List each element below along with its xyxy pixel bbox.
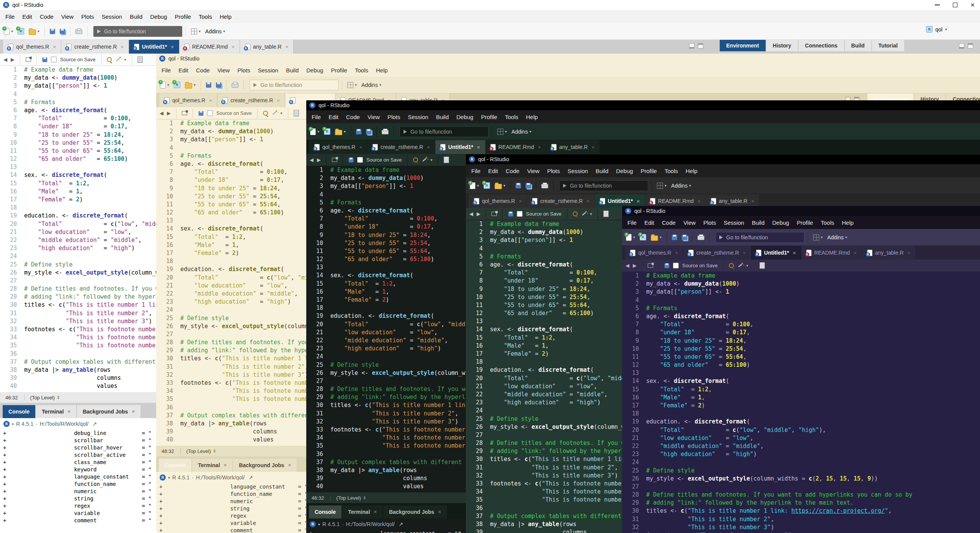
menu-tools[interactable]: Tools [501, 114, 522, 120]
menu-debug[interactable]: Debug [452, 114, 477, 120]
new-file-button[interactable]: ▾ [468, 181, 480, 191]
open-new-window-icon[interactable] [492, 212, 497, 216]
console-tab-terminal[interactable]: Terminal× [36, 405, 76, 418]
close-tab-icon[interactable]: × [697, 198, 701, 204]
menu-build[interactable]: Build [592, 168, 612, 174]
forward-icon[interactable]: ▶ [317, 157, 321, 163]
menu-build[interactable]: Build [432, 114, 452, 120]
console-tab-background-jobs[interactable]: Background Jobs× [383, 505, 447, 518]
chevron-down-icon[interactable]: ▾ [12, 422, 14, 426]
print-button[interactable] [696, 233, 706, 242]
menu-profile[interactable]: Profile [477, 114, 501, 120]
code-tools-icon[interactable] [581, 211, 587, 217]
compile-report-icon[interactable] [137, 56, 143, 63]
code-tools-icon[interactable] [271, 110, 277, 116]
menu-plots[interactable]: Plots [384, 114, 404, 120]
menu-tools[interactable]: Tools [817, 219, 838, 226]
compile-report-icon[interactable] [444, 157, 449, 163]
menu-debug[interactable]: Debug [302, 67, 327, 74]
new-project-button[interactable] [172, 80, 182, 90]
menu-tools[interactable]: Tools [195, 13, 216, 20]
close-tab-icon[interactable]: × [359, 144, 362, 150]
save-button[interactable] [204, 81, 213, 89]
menu-help[interactable]: Help [682, 168, 701, 174]
tab-create-rstheme-r[interactable]: create_rstheme.R× [368, 140, 435, 154]
menu-edit[interactable]: Edit [484, 168, 502, 174]
console-tab-terminal[interactable]: Terminal× [342, 505, 382, 518]
close-tab-icon[interactable]: × [751, 198, 754, 204]
menu-tools[interactable]: Tools [351, 67, 372, 74]
menu-view[interactable]: View [679, 219, 699, 226]
close-tab-icon[interactable]: × [793, 250, 796, 256]
code-tools-icon[interactable] [421, 157, 427, 163]
tab-any-table-r[interactable]: any_table.R× [546, 140, 600, 154]
forward-icon[interactable]: ▶ [167, 110, 171, 116]
menu-profile[interactable]: Profile [637, 168, 661, 174]
tab-readme-rmd[interactable]: README.Rmd× [801, 246, 862, 260]
pane-tab-tutorial[interactable]: Tutorial [872, 40, 904, 51]
menu-session[interactable]: Session [564, 168, 592, 174]
close-tab-icon[interactable]: × [427, 144, 430, 150]
goto-file-function-box[interactable]: Go to file/function [250, 80, 338, 90]
menu-session[interactable]: Session [98, 13, 126, 20]
console-tab-console[interactable]: Console [159, 459, 191, 472]
menu-profile[interactable]: Profile [327, 67, 351, 74]
save-icon[interactable] [665, 263, 670, 268]
tab-readme-rmd[interactable]: README.Rmd× [485, 140, 546, 154]
save-all-button[interactable] [680, 233, 689, 242]
pane-tab-history[interactable]: History [766, 40, 798, 51]
pane-layout-button[interactable]: ▾ [189, 27, 202, 36]
console-tab-console[interactable]: Console [3, 405, 35, 418]
tab-untitled1[interactable]: Untitled1*× [435, 140, 485, 154]
code-tools-icon[interactable] [737, 263, 743, 268]
save-all-button[interactable] [364, 128, 373, 136]
restore-window-icon[interactable] [953, 3, 957, 7]
close-tab-icon[interactable]: × [675, 250, 678, 256]
print-button[interactable] [74, 27, 84, 36]
menu-session[interactable]: Session [720, 219, 748, 226]
pane-layout-button[interactable]: ▾ [655, 181, 668, 190]
tab-qol-themes-r[interactable]: qol_themes.R× [625, 246, 683, 260]
open-new-window-icon[interactable] [332, 158, 337, 162]
close-tab-icon[interactable]: × [586, 198, 590, 204]
addins-menu[interactable]: Addins▾ [360, 80, 383, 90]
menu-build[interactable]: Build [126, 13, 146, 20]
menu-edit[interactable]: Edit [325, 114, 342, 120]
close-tab-icon[interactable]: × [854, 250, 857, 256]
menu-edit[interactable]: Edit [175, 67, 192, 74]
console-tab-background-jobs[interactable]: Background Jobs× [77, 405, 140, 418]
menu-plots[interactable]: Plots [543, 168, 564, 174]
project-menu[interactable]: qol▾ [926, 26, 947, 33]
scope-selector[interactable]: (Top Level) ⇕ [24, 395, 60, 401]
menu-file[interactable]: File [308, 114, 325, 120]
tab-qol-themes-r[interactable]: qol_themes.R× [469, 194, 527, 208]
open-file-button[interactable]: ▾ [27, 26, 41, 36]
close-tab-icon[interactable]: × [121, 44, 124, 50]
menu-code[interactable]: Code [342, 114, 364, 120]
menu-file[interactable]: File [2, 13, 18, 20]
close-tab-icon[interactable]: × [132, 405, 135, 418]
tab-create-rstheme-r[interactable]: create_rstheme.R× [217, 93, 285, 107]
tab-untitled1[interactable]: Untitled1*× [751, 246, 801, 260]
menu-code[interactable]: Code [36, 13, 57, 20]
compile-report-icon[interactable] [294, 110, 299, 116]
menu-help[interactable]: Help [838, 219, 858, 226]
close-window-icon[interactable]: × [970, 2, 975, 8]
addins-menu[interactable]: Addins▾ [670, 181, 693, 190]
open-directory-icon[interactable]: ↗ [399, 521, 403, 527]
source-on-save-checkbox[interactable] [357, 157, 363, 163]
open-directory-icon[interactable]: ↗ [92, 421, 97, 427]
menu-profile[interactable]: Profile [793, 219, 817, 226]
chevron-down-icon[interactable]: ▾ [168, 476, 170, 480]
tab-untitled1[interactable]: Untitled1*× [129, 40, 179, 54]
menu-help[interactable]: Help [216, 13, 235, 20]
save-button[interactable] [354, 128, 363, 136]
close-tab-icon[interactable]: × [907, 250, 910, 256]
back-icon[interactable]: ◀ [626, 263, 629, 268]
compile-report-icon[interactable] [603, 211, 609, 217]
new-project-button[interactable] [638, 232, 648, 242]
print-button[interactable] [380, 127, 390, 136]
console-tab-terminal[interactable]: Terminal× [192, 459, 232, 472]
new-file-button[interactable]: ▾ [309, 127, 321, 137]
new-file-button[interactable]: ▾ [158, 80, 171, 90]
